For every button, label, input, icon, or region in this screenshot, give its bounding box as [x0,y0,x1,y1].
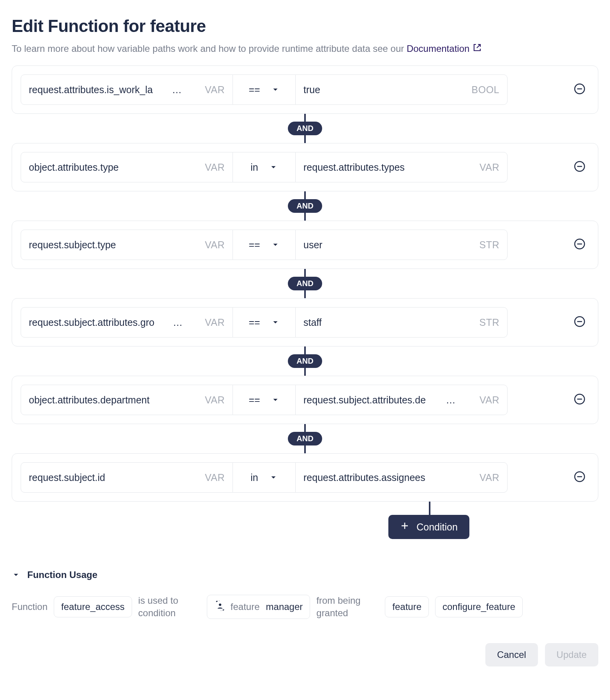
chevron-down-icon [271,318,280,327]
truncation-ellipsis: … [446,394,456,406]
condition-lhs-tag: VAR [201,472,225,483]
condition-operator-select[interactable]: in [233,152,295,182]
plus-icon [400,521,409,533]
connector-line [304,445,306,453]
condition-rhs-field[interactable]: request.subject.attributes.de…VAR [295,385,508,415]
connector-line [304,424,306,432]
condition-rhs-field[interactable]: request.attributes.assigneesVAR [295,462,508,493]
condition-rhs-field[interactable]: userSTR [295,230,508,260]
connector-line [304,191,306,199]
minus-circle-icon [574,316,585,329]
condition-rhs-text: request.attributes.assignees [303,472,425,483]
connector-line [304,368,306,376]
condition-rhs-tag: STR [476,239,500,251]
truncation-ellipsis: … [172,84,182,95]
minus-circle-icon [574,238,585,251]
condition-lhs-field[interactable]: request.subject.typeVAR [21,230,233,260]
and-connector: AND [12,346,598,376]
relation-chip[interactable]: feature manager [207,595,310,619]
connector-line [304,114,306,122]
update-button: Update [545,643,598,666]
condition-row: request.subject.idVARinrequest.attribute… [12,453,598,502]
add-condition-button[interactable]: Condition [388,515,469,539]
connector-line [429,502,430,515]
function-usage-title: Function Usage [27,569,97,580]
condition-lhs-field[interactable]: object.attributes.departmentVAR [21,385,233,415]
condition-operator-text: == [249,239,260,251]
condition-operator-select[interactable]: == [233,230,295,260]
and-pill: AND [288,199,322,213]
and-pill: AND [288,354,322,368]
connector-line [304,269,306,277]
cancel-button[interactable]: Cancel [485,643,538,666]
condition-lhs-text: object.attributes.department [29,394,150,406]
connector-line [304,346,306,354]
condition-rhs-field[interactable]: request.attributes.typesVAR [295,152,508,182]
function-name: feature_access [61,601,125,612]
condition-lhs-field[interactable]: request.subject.idVAR [21,462,233,493]
condition-rhs-field[interactable]: staffSTR [295,307,508,338]
usage-phrase-2: from being granted [316,594,379,620]
remove-condition-button[interactable] [574,238,585,251]
condition-lhs-field[interactable]: request.subject.attributes.gro…VAR [21,307,233,338]
remove-condition-button[interactable] [574,83,585,96]
object-chip-1[interactable]: feature [385,596,429,617]
remove-condition-button[interactable] [574,393,585,407]
chevron-down-icon [271,396,280,404]
condition-operator-select[interactable]: == [233,385,295,415]
svg-point-6 [219,604,221,606]
condition-operator-text: in [250,472,258,483]
remove-condition-button[interactable] [574,161,585,174]
condition-lhs-tag: VAR [201,394,225,406]
condition-row: object.attributes.departmentVAR==request… [12,376,598,424]
and-connector: AND [12,269,598,298]
connector-line [304,213,306,221]
object-chip-2[interactable]: configure_feature [435,596,523,617]
condition-lhs-text: request.attributes.is_work_la [29,84,153,95]
connector-line [304,290,306,298]
remove-condition-button[interactable] [574,471,585,484]
relation-main: manager [266,601,303,612]
condition-operator-select[interactable]: in [233,462,295,493]
condition-row: request.subject.attributes.gro…VAR==staf… [12,298,598,346]
chevron-down-icon [269,163,278,171]
condition-rhs-text: true [303,84,320,95]
condition-rhs-tag: BOOL [468,84,499,95]
page-title: Edit Function for feature [12,16,598,36]
condition-lhs-field[interactable]: object.attributes.typeVAR [21,152,233,182]
condition-rhs-text: user [303,239,323,251]
condition-rhs-tag: VAR [476,472,499,483]
condition-rhs-field[interactable]: trueBOOL [295,74,508,105]
condition-lhs-tag: VAR [201,162,225,173]
condition-lhs-text: request.subject.id [29,472,105,483]
remove-condition-button[interactable] [574,316,585,329]
minus-circle-icon [574,393,585,407]
relation-sub: feature [231,601,260,612]
condition-rhs-tag: VAR [476,394,499,406]
and-connector: AND [12,191,598,221]
and-connector: AND [12,114,598,143]
condition-lhs-field[interactable]: request.attributes.is_work_la…VAR [21,74,233,105]
condition-lhs-tag: VAR [201,317,225,328]
documentation-link[interactable]: Documentation [407,43,482,55]
chevron-down-icon [269,473,278,482]
condition-operator-select[interactable]: == [233,74,295,105]
add-condition-label: Condition [416,521,458,533]
condition-operator-text: == [249,84,260,95]
function-name-chip[interactable]: feature_access [54,596,132,617]
object-chip-2-label: configure_feature [443,601,515,612]
function-usage-toggle[interactable]: Function Usage [12,569,598,580]
condition-lhs-text: request.subject.type [29,239,116,251]
condition-lhs-text: object.attributes.type [29,162,119,173]
minus-circle-icon [574,161,585,174]
condition-rhs-text: staff [303,317,322,328]
condition-rhs-text: request.subject.attributes.de [303,394,426,406]
condition-operator-text: in [250,162,258,173]
chevron-down-icon [12,571,20,579]
condition-row: request.subject.typeVAR==userSTR [12,221,598,269]
function-usage-row: Function feature_access is used to condi… [12,594,598,620]
documentation-link-label: Documentation [407,43,469,54]
condition-rhs-text: request.attributes.types [303,162,405,173]
condition-operator-select[interactable]: == [233,307,295,338]
object-chip-1-label: feature [392,601,421,612]
